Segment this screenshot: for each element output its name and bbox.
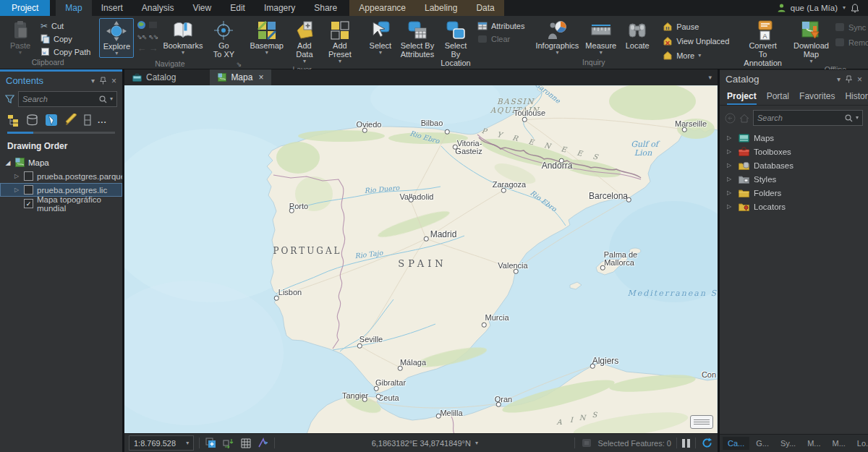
catalog-item-locators[interactable]: ▷Locators — [720, 200, 868, 213]
contents-pin-icon[interactable] — [100, 77, 106, 85]
view-unplaced-button[interactable]: View Unplaced — [661, 35, 731, 47]
search-options-caret-icon[interactable]: ▾ — [110, 96, 113, 102]
navigate-dialog-launcher-icon[interactable]: ⇘ — [237, 60, 242, 69]
catalog-close-icon[interactable]: × — [857, 74, 862, 85]
nav-forward-icon[interactable]: → — [148, 43, 158, 54]
list-by-editing-icon[interactable] — [64, 114, 77, 127]
download-map-button[interactable]: Download Map ▾ — [791, 18, 831, 65]
expander-icon[interactable]: ▷ — [727, 162, 734, 169]
ribbon-tab-insert[interactable]: Insert — [92, 0, 132, 16]
go-to-xy-button[interactable]: Go To XY — [207, 18, 240, 59]
catalog-tab-project[interactable]: Project — [727, 91, 757, 105]
catalog-tab-history[interactable]: History — [845, 91, 868, 105]
docked-tab-0[interactable]: Ca... — [723, 437, 749, 450]
layer-visibility-checkbox[interactable] — [24, 171, 33, 181]
catalog-menu-caret-icon[interactable]: ▾ — [837, 75, 841, 83]
docked-tab-1[interactable]: G... — [751, 437, 774, 450]
contents-search-input[interactable]: Search ▾ — [18, 91, 117, 107]
grid-icon[interactable] — [239, 437, 252, 449]
infographics-button[interactable]: Infographics ▾ — [533, 18, 581, 56]
layer-visibility-checkbox[interactable] — [24, 185, 33, 195]
catalog-item-databases[interactable]: ▷Databases — [720, 158, 868, 172]
copy-button[interactable]: Copy — [39, 33, 92, 45]
cut-button[interactable]: ✂ Cut — [39, 20, 92, 32]
layer-tree-item[interactable]: ▷prueba.postgres.parques — [0, 169, 122, 183]
docked-tab-3[interactable]: M... — [802, 437, 825, 450]
expander-icon[interactable]: ▷ — [727, 148, 734, 155]
select-by-location-button[interactable]: Select By Location — [438, 18, 474, 68]
list-by-snapping-icon[interactable] — [84, 114, 91, 126]
expander-icon[interactable]: ▷ — [13, 187, 20, 193]
add-data-button[interactable]: Add Data ▾ — [288, 18, 321, 65]
view-tab-mapa[interactable]: Mapa × — [210, 69, 271, 85]
contents-menu-caret-icon[interactable]: ▾ — [91, 77, 95, 85]
previous-extent-icon[interactable] — [148, 20, 158, 30]
catalog-item-folders[interactable]: ▷Folders — [720, 186, 868, 200]
user-menu-caret-icon[interactable]: ▾ — [843, 5, 846, 11]
clear-button[interactable]: Clear — [476, 33, 526, 45]
search-options-caret-icon[interactable]: ▾ — [856, 115, 859, 121]
catalog-search-input[interactable]: Search ▾ — [753, 110, 863, 126]
expander-icon[interactable]: ▷ — [13, 173, 20, 179]
select-by-attributes-button[interactable]: Select By Attributes — [399, 18, 435, 59]
layer-tree-item[interactable]: ◢Mapa — [0, 155, 122, 169]
select-button[interactable]: Select ▾ — [364, 18, 397, 56]
snap-to-selection-icon[interactable] — [205, 437, 217, 449]
bookmark-flag-icon[interactable] — [257, 437, 269, 449]
contents-close-icon[interactable]: × — [111, 76, 116, 86]
map-scale-dropdown[interactable]: 1:8.769.528 ▾ — [129, 435, 194, 451]
ribbon-tab-view[interactable]: View — [183, 0, 221, 16]
catalog-back-icon[interactable] — [725, 113, 736, 124]
expander-icon[interactable]: ◢ — [4, 159, 12, 166]
measure-button[interactable]: Measure ▾ — [583, 18, 618, 56]
close-mapa-tab-icon[interactable]: × — [258, 72, 263, 82]
ribbon-tab-edit[interactable]: Edit — [221, 0, 255, 16]
layer-tree-item[interactable]: ✓Mapa topográfico mundial — [0, 197, 122, 210]
ribbon-tab-appearance[interactable]: Appearance — [349, 0, 415, 16]
copy-path-button[interactable]: w Copy Path — [39, 46, 92, 58]
expander-icon[interactable]: ▷ — [727, 203, 734, 210]
ribbon-tab-map[interactable]: Map — [56, 0, 91, 16]
catalog-item-maps[interactable]: ▷Maps — [720, 131, 868, 145]
list-by-selection-icon[interactable] — [45, 114, 58, 127]
catalog-tab-portal[interactable]: Portal — [767, 91, 789, 105]
catalog-tab-favorites[interactable]: Favorites — [799, 91, 835, 105]
docked-tab-4[interactable]: M... — [827, 437, 851, 450]
expander-icon[interactable]: ▷ — [727, 135, 734, 141]
catalog-pin-icon[interactable] — [846, 75, 852, 83]
ribbon-tab-share[interactable]: Share — [305, 0, 346, 16]
view-tab-list-caret-icon[interactable]: ▾ — [708, 74, 712, 81]
snapping-toggle-icon[interactable] — [222, 437, 234, 449]
basemap-button[interactable]: Basemap ▾ — [247, 18, 285, 56]
notifications-bell-icon[interactable] — [851, 4, 859, 13]
signed-in-user[interactable]: que (La Mía) — [791, 4, 838, 12]
catalog-item-styles[interactable]: ▷Styles — [720, 172, 868, 186]
ribbon-tab-analysis[interactable]: Analysis — [132, 0, 184, 16]
convert-to-annotation-button[interactable]: A Convert To Annotation — [741, 18, 784, 68]
ribbon-tab-data[interactable]: Data — [467, 0, 503, 16]
fixed-zoom-in-icon[interactable]: ⇘⇖ — [136, 31, 147, 42]
attributes-button[interactable]: Attributes — [476, 20, 526, 32]
list-by-data-source-icon[interactable] — [26, 114, 38, 126]
ribbon-tab-project[interactable]: Project — [0, 0, 50, 16]
expander-icon[interactable]: ▷ — [727, 176, 734, 182]
ribbon-tab-imagery[interactable]: Imagery — [255, 0, 305, 16]
fixed-zoom-out-icon[interactable]: ⇖⇘ — [148, 31, 158, 42]
catalog-home-icon[interactable] — [739, 114, 749, 123]
add-preset-button[interactable]: Add Preset ▾ — [323, 18, 357, 65]
ribbon-tab-labeling[interactable]: Labeling — [415, 0, 467, 16]
labeling-more-button[interactable]: More ▾ — [661, 49, 731, 61]
catalog-item-toolboxes[interactable]: ▷Toolboxes — [720, 145, 868, 158]
full-extent-icon[interactable] — [136, 20, 147, 30]
labeling-pause-button[interactable]: Pause — [661, 20, 731, 33]
sync-button[interactable]: Sync — [833, 21, 868, 33]
coordinates-readout[interactable]: 6,1863182°E 34,8741849°N ▾ — [372, 439, 478, 448]
remove-button[interactable]: Remove — [833, 36, 868, 48]
refresh-icon[interactable] — [701, 437, 713, 449]
more-view-modes-icon[interactable]: ... — [98, 116, 107, 124]
explore-button[interactable]: Explore ▾ — [99, 18, 134, 58]
view-tab-catalog[interactable]: Catalog — [124, 69, 184, 85]
docked-tab-2[interactable]: Sy... — [775, 437, 801, 450]
expander-icon[interactable]: ▷ — [727, 189, 734, 196]
pause-drawing-icon[interactable] — [682, 439, 690, 448]
